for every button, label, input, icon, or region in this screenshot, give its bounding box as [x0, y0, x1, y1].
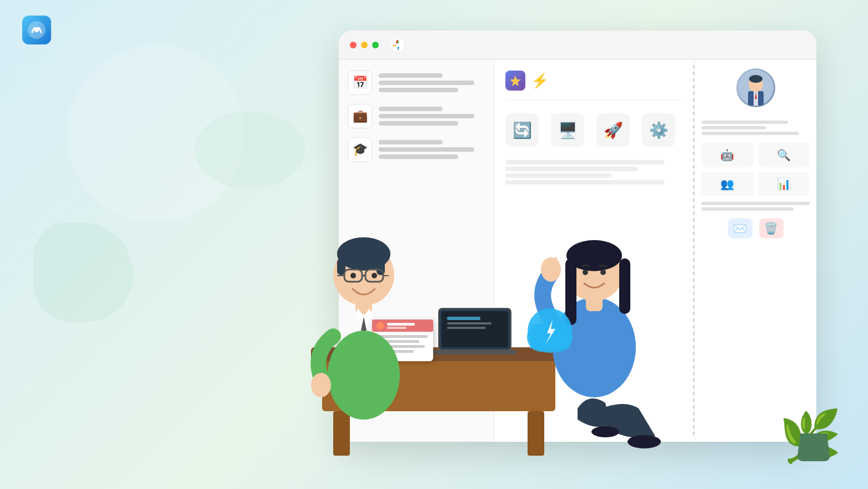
logo-icon	[22, 16, 51, 44]
line-bar	[379, 107, 443, 111]
profile-avatar	[736, 68, 775, 107]
profile-action-icons: ✉️ 🗑️	[728, 218, 784, 238]
bg-decoration-1	[67, 44, 244, 222]
profile-line	[701, 126, 766, 129]
svg-rect-17	[447, 317, 480, 320]
svg-rect-13	[333, 411, 350, 456]
svg-point-30	[328, 331, 400, 420]
profile-line	[701, 207, 794, 211]
profile-mini-icons: 🤖 🔍 👥 📊	[701, 143, 810, 196]
profile-line	[701, 202, 810, 205]
freshservice-logo-icon	[505, 71, 525, 91]
svg-rect-18	[447, 322, 491, 325]
svg-point-23	[377, 322, 384, 330]
svg-point-42	[372, 273, 377, 278]
svg-point-3	[396, 43, 399, 47]
line-bar	[379, 88, 458, 92]
svg-rect-60	[555, 265, 559, 273]
svg-point-10	[749, 75, 762, 83]
freshdesk-brand	[390, 37, 410, 53]
svg-rect-58	[548, 258, 552, 270]
action-email-button[interactable]: ✉️	[728, 218, 752, 238]
plant-pot	[797, 433, 830, 461]
list-lines-2	[379, 107, 485, 126]
browser-dot-red	[350, 42, 357, 48]
svg-marker-4	[510, 76, 521, 86]
line-bar	[379, 114, 474, 118]
svg-point-1	[34, 28, 39, 32]
svg-rect-25	[387, 327, 407, 329]
action-delete-button[interactable]: 🗑️	[759, 218, 784, 238]
svg-rect-16	[441, 311, 508, 347]
list-item-1[interactable]: 📅	[348, 71, 485, 95]
browser-dot-green	[372, 42, 379, 48]
browser-dot-yellow	[361, 42, 368, 48]
profile-line	[701, 132, 799, 135]
svg-rect-53	[565, 258, 576, 325]
svg-point-41	[350, 273, 356, 278]
mini-icon-robot[interactable]: 🤖	[701, 143, 754, 167]
logo-area	[22, 16, 56, 44]
svg-rect-44	[317, 375, 325, 391]
svg-rect-19	[447, 327, 486, 329]
line-bar	[379, 81, 474, 85]
svg-point-47	[628, 435, 661, 448]
svg-point-48	[591, 426, 619, 437]
freshdesk-logo-icon	[390, 37, 405, 53]
svg-rect-20	[433, 350, 516, 355]
profile-info-lines	[701, 121, 810, 135]
mini-icon-search[interactable]: 🔍	[758, 143, 810, 167]
illustration-svg	[278, 125, 700, 458]
freshservice-label: ⚡	[531, 72, 549, 89]
svg-rect-14	[528, 411, 544, 456]
svg-point-55	[583, 270, 588, 275]
bg-decoration-2	[33, 222, 133, 322]
list-icon-calendar: 📅	[348, 71, 372, 95]
freshservice-header: ⚡	[505, 71, 682, 100]
line-bar	[379, 73, 443, 78]
svg-point-56	[600, 270, 606, 275]
right-panel: 🤖 🔍 👥 📊 ✉️ 🗑️	[694, 59, 816, 442]
svg-rect-54	[619, 258, 630, 314]
profile-line	[701, 121, 788, 124]
profile-info-lines-2	[701, 202, 810, 211]
list-lines-1	[379, 73, 485, 92]
browser-bar	[339, 31, 816, 59]
mini-icon-chart[interactable]: 📊	[758, 172, 810, 196]
svg-rect-24	[387, 323, 415, 326]
mini-icon-team[interactable]: 👥	[701, 172, 754, 196]
svg-rect-64	[530, 332, 569, 348]
